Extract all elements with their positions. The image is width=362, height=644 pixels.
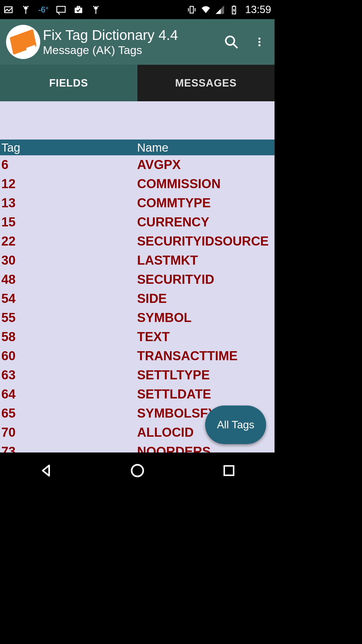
svg-line-19	[233, 44, 238, 48]
cell-tag: 60	[0, 349, 137, 363]
svg-point-1	[24, 6, 27, 10]
table-row[interactable]: 64SETTLDATE	[0, 385, 275, 404]
svg-marker-17	[233, 8, 236, 13]
svg-point-22	[258, 44, 260, 46]
cell-name: AVGPX	[137, 158, 275, 172]
cell-name: COMMISSION	[137, 177, 275, 191]
cell-name: COMMTYPE	[137, 196, 275, 210]
overflow-menu-button[interactable]	[250, 33, 268, 51]
app-titles: Fix Tag Dictionary 4.4 Message (AK) Tags	[43, 27, 222, 56]
cell-name: TEXT	[137, 330, 275, 344]
app-bar: Fix Tag Dictionary 4.4 Message (AK) Tags	[0, 19, 275, 65]
cell-name: NOORDERS	[137, 444, 275, 452]
app-title: Fix Tag Dictionary 4.4	[43, 27, 222, 43]
app-logo	[6, 25, 40, 59]
table-row[interactable]: 60TRANSACTTIME	[0, 346, 275, 366]
cell-tag: 58	[0, 330, 137, 344]
app-actions	[222, 33, 268, 51]
search-button[interactable]	[222, 33, 240, 51]
cell-tag: 15	[0, 215, 137, 229]
cell-name: CURRENCY	[137, 215, 275, 229]
picture-icon	[3, 5, 13, 15]
status-time: 13:59	[245, 4, 271, 16]
cell-tag: 12	[0, 177, 137, 191]
recents-button[interactable]	[219, 461, 239, 481]
cell-tag: 30	[0, 253, 137, 268]
svg-rect-7	[77, 6, 80, 8]
cell-name: TRANSACTTIME	[137, 349, 275, 363]
table-row[interactable]: 54SIDE	[0, 289, 275, 308]
cell-tag: 13	[0, 196, 137, 210]
cell-name: SECURITYID	[137, 272, 275, 287]
svg-line-4	[27, 6, 28, 7]
back-button[interactable]	[36, 461, 56, 481]
navigation-bar	[0, 452, 275, 488]
status-temp: -6°	[38, 5, 49, 14]
table-row[interactable]: 48SECURITYID	[0, 270, 275, 289]
svg-point-8	[94, 6, 98, 10]
table-header: Tag Name	[0, 140, 275, 155]
table-row[interactable]: 15CURRENCY	[0, 213, 275, 232]
all-tags-fab[interactable]: All Tags	[205, 406, 266, 444]
cell-tag: 6	[0, 158, 137, 172]
table-row[interactable]: 58TEXT	[0, 327, 275, 346]
cell-tag: 54	[0, 291, 137, 306]
recents-icon	[222, 464, 236, 478]
column-header-name: Name	[137, 141, 275, 154]
table-row[interactable]: 6AVGPX	[0, 155, 275, 174]
more-vert-icon	[254, 36, 265, 48]
vibrate-icon	[187, 5, 197, 15]
status-bar: -6° 13:59	[0, 0, 275, 19]
signal-icon	[215, 5, 225, 15]
status-right: 13:59	[187, 4, 271, 16]
cell-tag: 22	[0, 234, 137, 249]
content-area: Tag Name 6AVGPX12COMMISSION13COMMTYPE15C…	[0, 101, 275, 452]
usb-debug-icon	[21, 5, 31, 15]
status-left: -6°	[3, 5, 187, 15]
cell-name: SETTLDATE	[137, 387, 275, 401]
table-row[interactable]: 63SETTLTYPE	[0, 366, 275, 385]
tab-fields[interactable]: FIELDS	[0, 65, 137, 101]
app-logo-icon	[10, 29, 37, 55]
search-icon	[224, 35, 239, 49]
cell-tag: 65	[0, 406, 137, 421]
briefcase-icon	[73, 5, 83, 15]
cell-tag: 55	[0, 311, 137, 325]
svg-rect-0	[5, 7, 12, 13]
home-icon	[130, 463, 145, 478]
battery-charging-icon	[229, 5, 239, 15]
cell-name: SIDE	[137, 291, 275, 306]
tab-bar: FIELDS MESSAGES	[0, 65, 275, 101]
cell-name: LASTMKT	[137, 253, 275, 268]
back-icon	[38, 463, 54, 478]
svg-point-21	[258, 41, 260, 43]
column-header-tag: Tag	[0, 141, 137, 154]
svg-rect-5	[57, 6, 65, 12]
cell-tag: 73	[0, 444, 137, 452]
cell-name: SYMBOL	[137, 311, 275, 325]
cell-tag: 70	[0, 425, 137, 440]
tab-messages[interactable]: MESSAGES	[137, 65, 275, 101]
svg-rect-12	[190, 6, 193, 13]
svg-point-23	[131, 465, 143, 476]
table-row[interactable]: 30LASTMKT	[0, 251, 275, 270]
table-row[interactable]: 12COMMISSION	[0, 174, 275, 194]
svg-line-11	[98, 6, 99, 7]
table-row[interactable]: 22SECURITYIDSOURCE	[0, 232, 275, 251]
content-spacer	[0, 101, 275, 140]
table-row[interactable]: 55SYMBOL	[0, 308, 275, 327]
app-subtitle: Message (AK) Tags	[43, 44, 222, 57]
svg-line-3	[23, 6, 24, 7]
svg-rect-24	[224, 466, 234, 475]
cell-tag: 63	[0, 368, 137, 382]
usb-debug-icon-2	[91, 5, 101, 15]
svg-rect-16	[233, 5, 235, 6]
wifi-icon	[201, 5, 211, 15]
screen: -6° 13:59	[0, 0, 275, 488]
cell-name: SECURITYIDSOURCE	[137, 234, 275, 249]
svg-point-18	[226, 37, 235, 45]
home-button[interactable]	[127, 461, 147, 481]
table-row[interactable]: 13COMMTYPE	[0, 194, 275, 213]
cell-tag: 64	[0, 387, 137, 401]
svg-line-10	[93, 6, 94, 7]
